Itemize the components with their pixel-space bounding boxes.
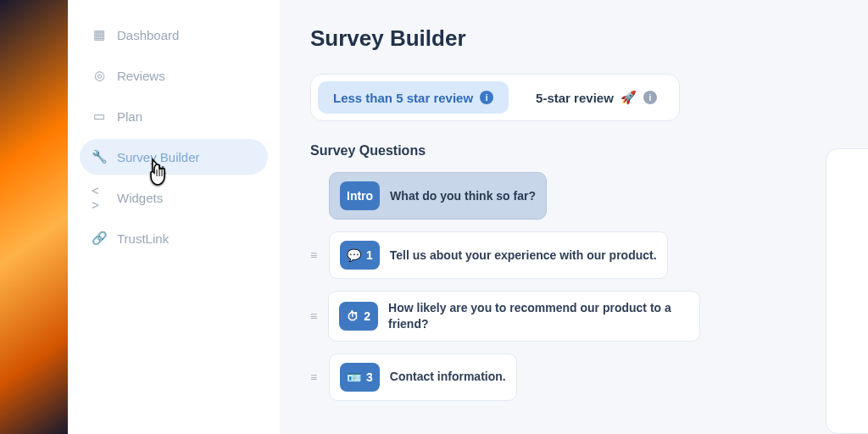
- grid-icon: ▦: [92, 27, 107, 42]
- app-window: ▦ Dashboard ◎ Reviews ▭ Plan 🔧 Survey Bu…: [68, 0, 868, 434]
- question-badge: 💬 1: [340, 241, 380, 270]
- review-type-tabs: Less than 5 star review i 5-star review …: [310, 74, 680, 121]
- id-card-icon: 🪪: [347, 370, 361, 384]
- desktop-wallpaper-strip: [0, 0, 68, 434]
- question-card-1[interactable]: 💬 1 Tell us about your experience with o…: [329, 231, 668, 279]
- sidebar-item-survey-builder[interactable]: 🔧 Survey Builder: [80, 139, 268, 175]
- badge-label: 1: [366, 248, 373, 262]
- question-row: ≡ ⏱ 2 How likely are you to recommend ou…: [310, 291, 700, 342]
- question-card-3[interactable]: 🪪 3 Contact information.: [329, 353, 517, 401]
- user-icon: ◎: [92, 68, 107, 83]
- sidebar-item-trustlink[interactable]: 🔗 TrustLink: [80, 220, 268, 256]
- question-text: What do you think so far?: [390, 188, 536, 204]
- code-icon: < >: [92, 190, 107, 205]
- drag-icon[interactable]: ≡: [310, 248, 322, 262]
- badge-label: 2: [364, 309, 370, 323]
- question-badge: 🪪 3: [340, 363, 380, 392]
- question-card-intro[interactable]: Intro What do you think so far?: [329, 172, 547, 220]
- sidebar-item-widgets[interactable]: < > Widgets: [80, 180, 268, 215]
- link-icon: 🔗: [92, 231, 107, 246]
- question-badge: Intro: [340, 181, 380, 210]
- speech-icon: 💬: [347, 248, 361, 262]
- question-text: Tell us about your experience with our p…: [390, 248, 657, 264]
- question-card-2[interactable]: ⏱ 2 How likely are you to recommend our …: [328, 291, 700, 342]
- sidebar-item-label: TrustLink: [117, 231, 169, 246]
- question-row: ≡ 💬 1 Tell us about your experience with…: [310, 231, 700, 279]
- sidebar-item-label: Dashboard: [117, 28, 179, 42]
- tab-5-star[interactable]: 5-star review 🚀 i: [520, 81, 672, 114]
- tab-less-than-5-star[interactable]: Less than 5 star review i: [318, 81, 509, 114]
- question-text: How likely are you to recommend our prod…: [388, 300, 689, 332]
- wrench-icon: 🔧: [92, 149, 107, 164]
- sidebar-item-label: Reviews: [117, 69, 165, 83]
- tab-label: 5-star review: [536, 91, 614, 105]
- question-badge: ⏱ 2: [339, 302, 378, 331]
- gauge-icon: ⏱: [347, 309, 359, 323]
- sidebar: ▦ Dashboard ◎ Reviews ▭ Plan 🔧 Survey Bu…: [68, 0, 280, 434]
- card-icon: ▭: [92, 108, 107, 124]
- question-row: ≡ 🪪 3 Contact information.: [310, 353, 700, 401]
- rocket-icon: 🚀: [620, 90, 637, 105]
- main-content: Survey Builder Less than 5 star review i…: [280, 0, 868, 434]
- sidebar-item-label: Widgets: [117, 191, 163, 205]
- page-title: Survey Builder: [310, 25, 837, 52]
- info-icon[interactable]: i: [643, 91, 657, 104]
- badge-label: 3: [366, 370, 373, 384]
- badge-label: Intro: [347, 189, 373, 203]
- info-icon[interactable]: i: [480, 91, 493, 104]
- drag-icon[interactable]: ≡: [310, 370, 322, 384]
- preview-panel: [826, 148, 868, 434]
- questions-list: ≡ Intro What do you think so far? ≡ 💬 1 …: [310, 172, 700, 401]
- question-text: Contact information.: [390, 369, 506, 385]
- sidebar-item-label: Plan: [117, 109, 142, 124]
- sidebar-item-dashboard[interactable]: ▦ Dashboard: [80, 17, 268, 53]
- question-row: ≡ Intro What do you think so far?: [310, 172, 700, 220]
- tab-label: Less than 5 star review: [333, 91, 473, 105]
- sidebar-item-reviews[interactable]: ◎ Reviews: [80, 58, 268, 93]
- drag-icon[interactable]: ≡: [310, 309, 321, 323]
- sidebar-item-label: Survey Builder: [117, 150, 200, 164]
- survey-questions-heading: Survey Questions: [310, 143, 837, 159]
- sidebar-item-plan[interactable]: ▭ Plan: [80, 98, 268, 134]
